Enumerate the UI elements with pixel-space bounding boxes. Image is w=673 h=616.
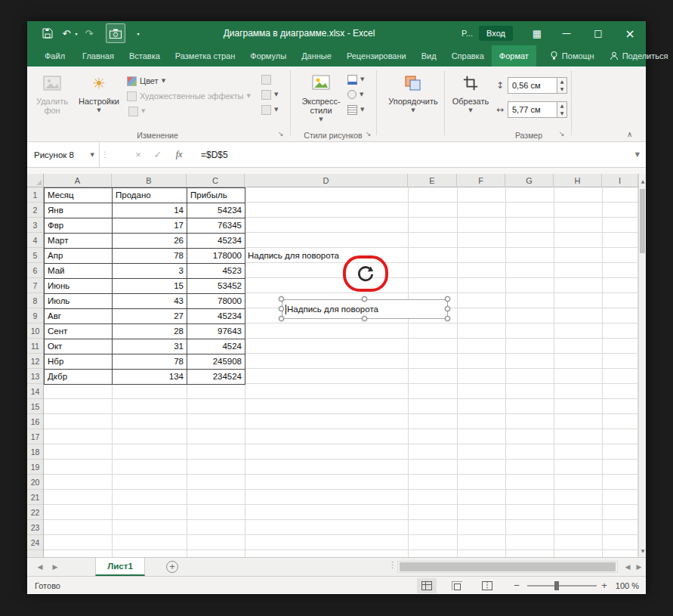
table-cell[interactable]: Апр [45, 249, 113, 264]
resize-handle-middle-right[interactable] [445, 306, 450, 311]
table-header-cell[interactable]: Продано [113, 188, 187, 203]
zoom-slider-thumb[interactable] [554, 581, 559, 590]
close-button[interactable]: × [614, 21, 646, 45]
row-header[interactable]: 3 [27, 218, 43, 233]
formula-bar-splitter[interactable]: ⋮ [100, 150, 110, 159]
table-cell[interactable]: 45234 [187, 309, 245, 324]
row-header[interactable]: 2 [27, 203, 43, 218]
table-cell[interactable]: Нбр [45, 354, 113, 370]
table-cell[interactable]: 3 [113, 264, 187, 279]
tab-data[interactable]: Данные [294, 45, 339, 67]
picture-border-button[interactable]: ▼ [347, 73, 364, 86]
row-header[interactable]: 22 [27, 505, 43, 520]
resize-handle-top-left[interactable] [279, 296, 284, 302]
row-header[interactable]: 9 [27, 308, 43, 323]
row-header[interactable]: 17 [27, 429, 43, 444]
row-header[interactable]: 5 [27, 248, 43, 263]
picture-effects-button[interactable]: ▼ [347, 88, 363, 101]
table-cell[interactable]: 4524 [187, 339, 245, 354]
row-header[interactable]: 18 [27, 444, 43, 460]
tab-insert[interactable]: Вставка [122, 45, 168, 67]
scroll-right-icon[interactable]: ▶ [632, 558, 646, 576]
ribbon-display-options-icon[interactable]: ▦ [523, 21, 551, 45]
table-cell[interactable]: Окт [45, 339, 113, 354]
tab-file[interactable]: Файл [35, 45, 75, 67]
row-header[interactable]: 6 [27, 263, 43, 278]
table-cell[interactable]: Июнь [45, 279, 113, 294]
row-header[interactable]: 24 [27, 535, 43, 550]
table-cell[interactable]: 15 [113, 279, 187, 294]
normal-view-button[interactable] [417, 578, 437, 593]
zoom-level[interactable]: 100 % [609, 577, 639, 595]
table-cell[interactable]: 78000 [187, 294, 245, 309]
table-cell[interactable]: 78 [113, 354, 187, 370]
row-header[interactable]: 1 [27, 187, 43, 203]
dialog-launcher-icon[interactable]: ↘ [366, 130, 372, 138]
row-header[interactable]: 21 [27, 490, 43, 505]
spin-down-icon[interactable]: ▼ [557, 110, 566, 117]
sign-in-button[interactable]: Вход [479, 26, 513, 41]
table-cell[interactable]: 17 [113, 218, 187, 234]
table-cell[interactable]: 14 [113, 203, 187, 218]
table-cell[interactable]: 26 [113, 234, 187, 249]
camera-icon[interactable] [106, 23, 125, 43]
color-button[interactable]: Цвет ▼ [127, 74, 165, 88]
compress-picture-button[interactable] [261, 73, 271, 86]
resize-handle-middle-left[interactable] [279, 306, 284, 311]
tab-format[interactable]: Формат [492, 45, 536, 67]
sheet-nav-right-icon[interactable]: ▶ [48, 558, 62, 576]
spin-down-icon[interactable]: ▼ [557, 85, 566, 93]
table-header-cell[interactable]: Прибыль [187, 188, 245, 203]
tab-review[interactable]: Рецензировани [339, 45, 414, 67]
picture-layout-button[interactable]: ▼ [347, 103, 364, 116]
table-cell[interactable]: 27 [113, 309, 187, 324]
column-header-d[interactable]: D [245, 174, 408, 187]
reset-picture-button[interactable]: ▼ [261, 103, 278, 116]
table-cell[interactable]: Июль [45, 294, 113, 309]
zoom-slider-track[interactable] [527, 585, 597, 587]
row-header[interactable]: 23 [27, 520, 43, 535]
resize-handle-bottom-left[interactable] [279, 316, 284, 321]
vertical-scroll-thumb[interactable] [640, 189, 645, 253]
row-header[interactable]: 13 [27, 369, 43, 384]
formula-input[interactable]: =$D$5 [201, 150, 228, 160]
table-cell[interactable]: 53452 [187, 279, 245, 294]
redo-icon[interactable]: ↷ [82, 21, 97, 45]
table-cell[interactable]: 245908 [187, 354, 245, 370]
table-cell[interactable]: 31 [113, 339, 187, 354]
spin-up-icon[interactable]: ▲ [557, 102, 566, 110]
cell-d5-text[interactable]: Надпись для поворота [248, 248, 339, 263]
row-header[interactable]: 8 [27, 293, 43, 308]
tab-formulas[interactable]: Формулы [242, 45, 294, 67]
column-header-i[interactable]: I [602, 174, 638, 187]
quick-styles-button[interactable]: Экспресс- стили ▼ [298, 70, 344, 122]
row-header[interactable]: 11 [27, 339, 43, 354]
corrections-button[interactable]: ☀ Настройки ▼ [76, 70, 122, 113]
dialog-launcher-icon[interactable]: ↘ [278, 130, 284, 138]
table-cell[interactable]: 134 [113, 370, 187, 385]
resize-handle-bottom-middle[interactable] [362, 316, 367, 321]
resize-handle-top-right[interactable] [445, 296, 450, 302]
row-header[interactable]: 15 [27, 399, 43, 414]
sheet-tab-list1[interactable]: Лист1 [95, 558, 145, 576]
horizontal-scrollbar[interactable] [397, 561, 618, 573]
table-cell[interactable]: 76345 [187, 218, 245, 234]
dialog-launcher-icon[interactable]: ↘ [559, 130, 565, 138]
table-cell[interactable]: 28 [113, 324, 187, 339]
row-header[interactable]: 7 [27, 278, 43, 293]
row-header[interactable]: 10 [27, 323, 43, 339]
scroll-up-icon[interactable]: ▲ [639, 174, 647, 187]
table-cell[interactable]: Дкбр [45, 370, 113, 385]
row-header[interactable]: 16 [27, 414, 43, 429]
resize-handle-top-middle[interactable] [362, 296, 367, 302]
tab-help[interactable]: Справка [444, 45, 492, 67]
table-cell[interactable]: 97643 [187, 324, 245, 339]
remove-background-button[interactable]: Удалить фон [32, 70, 73, 115]
horizontal-scroll-thumb[interactable] [400, 562, 616, 571]
width-stepper[interactable]: ▲▼ [557, 101, 567, 118]
transparency-button[interactable]: ▼ [128, 104, 145, 118]
row-header[interactable]: 19 [27, 460, 43, 475]
artistic-effects-button[interactable]: Художественные эффекты ▼ [127, 89, 251, 103]
page-break-view-button[interactable] [477, 578, 497, 593]
tab-page-layout[interactable]: Разметка стран [168, 45, 242, 67]
